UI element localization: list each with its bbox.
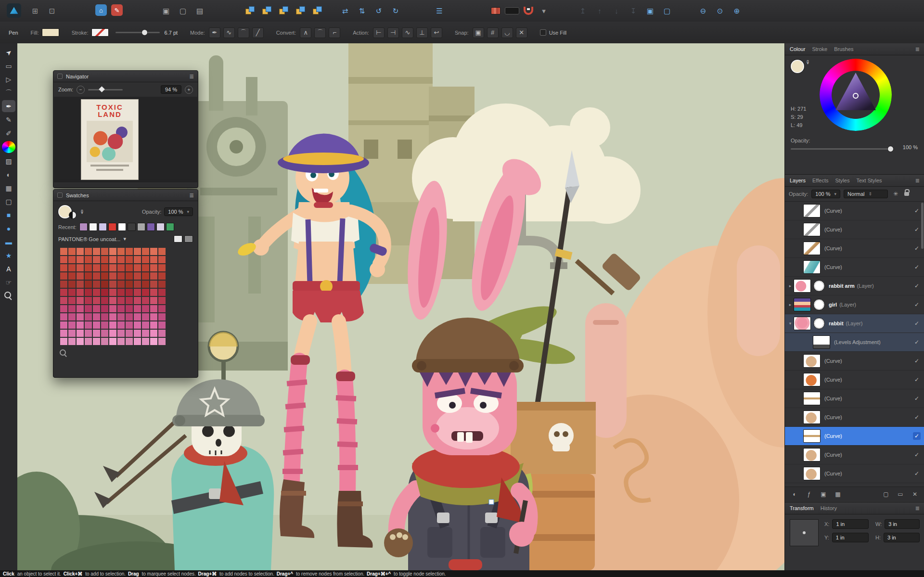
palette-swatch[interactable] <box>142 338 149 345</box>
palette-swatch[interactable] <box>126 289 133 296</box>
pen-mode-icon[interactable]: ✒ <box>209 27 220 38</box>
transparency-tool-icon[interactable]: ◐ <box>2 168 15 180</box>
layer-mask-thumbnail[interactable] <box>813 280 825 292</box>
replace-selection-icon[interactable] <box>294 4 307 17</box>
palette-swatch[interactable] <box>126 256 133 263</box>
palette-swatch[interactable] <box>77 338 84 345</box>
stroke-width-slider[interactable] <box>116 32 160 33</box>
transform-x-field[interactable]: 1 in <box>832 519 869 529</box>
layer-visibility-checkbox[interactable]: ✓ <box>913 207 921 215</box>
polygon-mode-icon[interactable]: ⌒ <box>238 27 249 38</box>
export-persona-icon[interactable]: ✎ <box>111 4 123 16</box>
colour-tab-brushes[interactable]: Brushes <box>834 46 853 52</box>
palette-swatch[interactable] <box>150 321 157 329</box>
palette-swatch[interactable] <box>109 338 116 345</box>
palette-swatch[interactable] <box>142 321 149 329</box>
palette-swatch[interactable] <box>142 305 149 312</box>
layer-row[interactable]: ▸rabbit arm(Layer)✓ <box>785 277 924 295</box>
palette-swatch[interactable] <box>117 264 125 271</box>
palette-swatch[interactable] <box>93 330 100 337</box>
snapping-magnet-icon[interactable] <box>524 7 533 15</box>
transform-w-field[interactable]: 3 in <box>885 519 920 529</box>
bring-forward-icon[interactable]: ↑ <box>593 4 606 17</box>
layer-thumbnail[interactable] <box>813 335 830 349</box>
palette-swatch[interactable] <box>85 330 92 337</box>
palette-swatch[interactable] <box>117 281 125 288</box>
layer-thumbnail[interactable] <box>803 448 821 462</box>
layer-row[interactable]: (Curve)✓ <box>785 464 924 483</box>
palette-swatch[interactable] <box>101 305 108 312</box>
palette-swatch[interactable] <box>85 272 92 280</box>
alignment-icon[interactable]: ☰ <box>433 4 446 17</box>
palette-swatch[interactable] <box>60 289 67 296</box>
palette-swatch[interactable] <box>109 256 116 263</box>
palette-swatch[interactable] <box>77 272 84 280</box>
swatches-panel-header[interactable]: Swatches ≣ <box>53 190 198 201</box>
layer-thumbnail[interactable] <box>803 392 821 405</box>
palette-swatch[interactable] <box>134 264 141 271</box>
recent-swatch[interactable] <box>89 223 97 231</box>
snap-all-layers-icon[interactable]: # <box>487 27 499 38</box>
palette-swatch[interactable] <box>126 264 133 271</box>
stroke-width-value[interactable]: 6.7 pt <box>165 30 178 36</box>
recent-swatch[interactable] <box>147 223 155 231</box>
palette-swatch[interactable] <box>77 305 84 312</box>
transform-tab-history[interactable]: History <box>821 505 837 511</box>
palette-swatch[interactable] <box>158 313 166 321</box>
join-curves-icon[interactable]: ⊥ <box>416 27 428 38</box>
palette-swatch[interactable] <box>68 272 76 280</box>
layer-visibility-checkbox[interactable]: ✓ <box>913 432 921 440</box>
transform-tab-transform[interactable]: Transform <box>790 505 814 511</box>
palette-swatch[interactable] <box>101 297 108 304</box>
palette-swatch[interactable] <box>101 321 108 329</box>
palette-swatch[interactable] <box>134 305 141 312</box>
snap-on-curve-icon[interactable]: ✕ <box>516 27 527 38</box>
layer-visibility-checkbox[interactable]: ✓ <box>913 470 921 477</box>
palette-swatch[interactable] <box>77 321 84 329</box>
palette-swatch[interactable] <box>126 313 133 321</box>
layer-thumbnail[interactable] <box>794 279 811 293</box>
panel-close-icon[interactable] <box>57 74 63 79</box>
palette-swatch[interactable] <box>150 289 157 296</box>
artboard-tool-icon[interactable]: ▭ <box>2 60 15 72</box>
palette-swatch[interactable] <box>142 313 149 321</box>
palette-swatch[interactable] <box>60 281 67 288</box>
palette-swatch[interactable] <box>158 256 166 263</box>
zoom-out-view-icon[interactable]: ⊖ <box>697 4 709 17</box>
convert-smart-icon[interactable]: ⌐ <box>329 27 340 38</box>
palette-swatch[interactable] <box>134 256 141 263</box>
palette-swatch[interactable] <box>150 272 157 280</box>
palette-swatch[interactable] <box>93 321 100 329</box>
recent-swatch[interactable] <box>128 223 136 231</box>
layer-visibility-checkbox[interactable]: ✓ <box>913 282 921 290</box>
move-tool-icon[interactable]: ➤ <box>0 43 18 61</box>
palette-swatch[interactable] <box>126 338 133 345</box>
palette-swatch[interactable] <box>68 305 76 312</box>
palette-swatch[interactable] <box>77 289 84 296</box>
layer-visibility-checkbox[interactable]: ✓ <box>913 395 921 402</box>
colour-wheel[interactable] <box>820 59 892 131</box>
palette-swatch[interactable] <box>109 330 116 337</box>
zoom-in-icon[interactable]: + <box>185 86 193 94</box>
palette-swatch[interactable] <box>101 338 108 345</box>
layers-tab-styles[interactable]: Styles <box>835 178 849 183</box>
palette-swatch[interactable] <box>117 330 125 337</box>
palette-swatch[interactable] <box>93 297 100 304</box>
send-backward-icon[interactable]: ↓ <box>610 4 623 17</box>
layer-visibility-checkbox[interactable]: ✓ <box>913 357 921 365</box>
navigator-panel-header[interactable]: Navigator ≣ <box>53 71 198 82</box>
layer-thumbnail[interactable] <box>803 410 821 424</box>
rotate-cw-icon[interactable]: ↻ <box>389 4 402 17</box>
palette-view-light-icon[interactable] <box>174 235 182 243</box>
palette-swatch[interactable] <box>117 297 125 304</box>
gradient-tool-icon[interactable]: ▨ <box>2 155 15 167</box>
layer-visibility-checkbox[interactable]: ✓ <box>913 301 921 308</box>
palette-select[interactable]: PANTONE® Goe uncoat... <box>58 236 120 242</box>
palette-swatch[interactable] <box>85 281 92 288</box>
palette-swatch[interactable] <box>77 264 84 271</box>
zoom-tool-icon[interactable] <box>2 290 15 302</box>
palette-swatch[interactable] <box>68 281 76 288</box>
layer-visibility-checkbox[interactable]: ✓ <box>913 413 921 421</box>
palette-swatch[interactable] <box>158 321 166 329</box>
layer-thumbnail[interactable] <box>803 429 821 443</box>
